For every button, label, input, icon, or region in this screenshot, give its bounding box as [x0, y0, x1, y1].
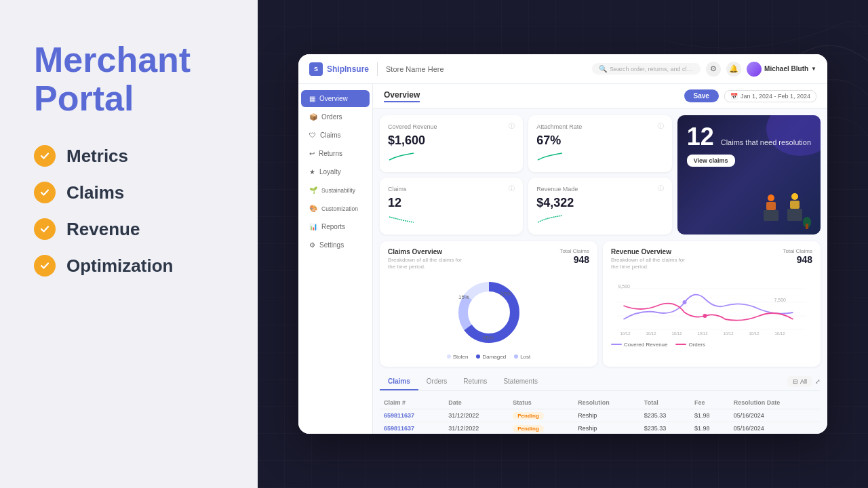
tab-statements[interactable]: Statements	[495, 373, 546, 390]
svg-text:10/12: 10/12	[698, 331, 709, 336]
claims-table: Claim # Date Status Resolution Total Fee…	[380, 396, 821, 434]
check-icon-optimization	[34, 255, 56, 277]
info-icon-attachment: ⓘ	[658, 122, 664, 131]
col-res-date: Resolution Date	[730, 396, 821, 409]
legend-orders: Orders	[675, 342, 705, 348]
sidebar-item-sustainability[interactable]: 🌱 Sustainability	[301, 182, 370, 199]
svg-text:65%: 65%	[483, 335, 494, 341]
svg-text:10/12: 10/12	[672, 331, 683, 336]
hero-banner: 12 Claims that need resolution View clai…	[677, 115, 821, 235]
status-badge-1: Pending	[513, 412, 544, 420]
page-title: Merchant Portal	[34, 41, 224, 118]
sidebar-item-orders[interactable]: 📦 Orders	[301, 108, 370, 125]
col-status: Status	[509, 396, 574, 409]
sidebar-item-customization[interactable]: 🎨 Customization	[301, 200, 370, 217]
col-claim: Claim #	[380, 396, 444, 409]
charts-row: Claims Overview Breakdown of all the cla…	[373, 241, 827, 373]
view-claims-button[interactable]: View claims	[687, 155, 735, 167]
svg-text:10/12: 10/12	[775, 331, 786, 336]
metric-covered-revenue: Covered Revenue ⓘ $1,600	[380, 115, 523, 172]
col-resolution: Resolution	[574, 396, 640, 409]
sidebar-item-overview[interactable]: ▦ Overview	[301, 90, 370, 107]
info-icon-revenue: ⓘ	[509, 122, 515, 131]
col-fee: Fee	[690, 396, 730, 409]
svg-point-0	[768, 195, 774, 201]
check-icon-metrics	[34, 145, 56, 167]
filter-button[interactable]: ⊟ All	[787, 376, 812, 387]
svg-text:10/12: 10/12	[749, 331, 760, 336]
legend-covered-revenue: Covered Revenue	[611, 342, 667, 348]
loyalty-icon: ★	[309, 168, 315, 176]
svg-point-3	[791, 193, 798, 200]
reports-icon: 📊	[309, 223, 317, 230]
tab-orders[interactable]: Orders	[418, 373, 456, 390]
svg-point-20	[683, 300, 687, 304]
sidebar-item-returns[interactable]: ↩ Returns	[301, 145, 370, 162]
tab-claims[interactable]: Claims	[380, 373, 418, 390]
save-button[interactable]: Save	[684, 89, 719, 102]
dashboard-main: Overview Save 📅 Jan 1, 2024 - Feb 1, 202…	[373, 84, 827, 434]
feature-revenue: Revenue	[34, 218, 224, 240]
info-icon-claims: ⓘ	[509, 184, 515, 193]
donut-label-damaged: Damaged	[476, 354, 506, 360]
claims-icon: 🛡	[309, 131, 316, 139]
dashboard-body: ▦ Overview 📦 Orders 🛡 Claims ↩ Returns ★	[298, 84, 827, 434]
filter-icon: ⊟	[793, 378, 798, 385]
notifications-icon[interactable]: 🔔	[726, 62, 741, 77]
metric-claims: Claims ⓘ 12	[380, 178, 523, 235]
donut-label-lost: Lost	[514, 354, 530, 360]
feature-optimization: Optimization	[34, 255, 224, 277]
date-range[interactable]: 📅 Jan 1, 2024 - Feb 1, 2024	[724, 90, 816, 102]
svg-text:20%: 20%	[500, 291, 511, 297]
feature-claims: Claims	[34, 182, 224, 203]
sustainability-icon: 🌱	[309, 186, 317, 194]
col-total: Total	[640, 396, 690, 409]
sidebar-item-loyalty[interactable]: ★ Loyalty	[301, 163, 370, 180]
settings-icon[interactable]: ⚙	[706, 62, 721, 77]
calendar-icon: 📅	[730, 93, 738, 100]
header-divider	[377, 62, 378, 76]
sidebar-item-reports[interactable]: 📊 Reports	[301, 218, 370, 235]
claims-section: Claims Orders Returns Statements ⊟ All ⤢	[373, 373, 827, 434]
overview-icon: ▦	[309, 95, 315, 102]
returns-icon: ↩	[309, 150, 315, 157]
svg-rect-2	[764, 210, 778, 221]
right-panel: S ShipInsure Store Name Here 🔍 Search or…	[258, 0, 868, 488]
claims-overview-chart: Claims Overview Breakdown of all the cla…	[380, 241, 597, 367]
left-panel: Merchant Portal Metrics Claims	[0, 0, 258, 488]
settings-sidebar-icon: ⚙	[309, 241, 315, 249]
feature-list: Metrics Claims Revenue	[34, 145, 224, 277]
search-icon: 🔍	[599, 65, 607, 73]
claims-tabs: Claims Orders Returns Statements ⊟ All ⤢	[380, 373, 821, 391]
sidebar-item-settings[interactable]: ⚙ Settings	[301, 237, 370, 253]
logo-icon: S	[309, 62, 323, 76]
feature-metrics: Metrics	[34, 145, 224, 167]
claim-link-2[interactable]: 659811637	[380, 422, 444, 434]
svg-rect-5	[787, 209, 802, 221]
orders-icon: 📦	[309, 113, 317, 121]
chevron-down-icon[interactable]: ▼	[811, 66, 816, 72]
svg-text:10/12: 10/12	[620, 331, 631, 336]
claim-link-1[interactable]: 659811637	[380, 409, 444, 422]
sidebar-item-claims[interactable]: 🛡 Claims	[301, 127, 370, 144]
dashboard-sidebar: ▦ Overview 📦 Orders 🛡 Claims ↩ Returns ★	[298, 84, 373, 434]
check-icon-revenue	[34, 218, 56, 240]
dashboard-card: S ShipInsure Store Name Here 🔍 Search or…	[298, 54, 827, 434]
overview-actions: Save 📅 Jan 1, 2024 - Feb 1, 2024	[684, 89, 816, 102]
info-icon-revenue-made: ⓘ	[658, 184, 664, 193]
svg-rect-4	[790, 201, 800, 209]
donut-label-stolen: Stolen	[447, 354, 469, 360]
revenue-overview-chart: Revenue Overview Breakdown of all the cl…	[603, 241, 821, 367]
logo-area: S ShipInsure	[309, 62, 369, 76]
tab-returns[interactable]: Returns	[455, 373, 495, 390]
svg-rect-1	[766, 202, 776, 210]
svg-rect-7	[806, 224, 808, 229]
donut-chart: 20% 15% 65% Stolen	[388, 275, 589, 360]
metric-attachment-rate: Attachment Rate ⓘ 67%	[528, 115, 671, 172]
store-name: Store Name Here	[386, 65, 444, 73]
expand-icon[interactable]: ⤢	[815, 378, 821, 385]
customization-icon: 🎨	[309, 205, 317, 212]
user-badge: Michael Bluth ▼	[747, 62, 816, 77]
col-date: Date	[444, 396, 509, 409]
search-bar[interactable]: 🔍 Search order, returns, and claims	[592, 63, 701, 75]
